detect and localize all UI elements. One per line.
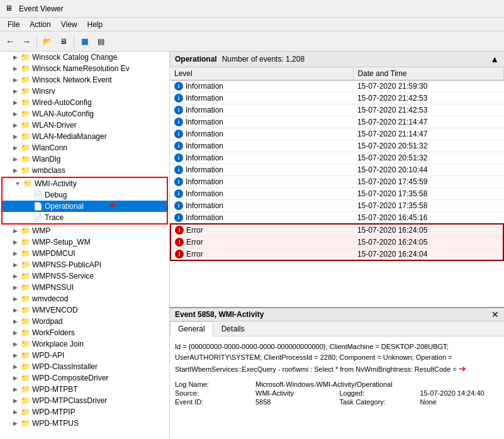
folder-icon: 📁 (20, 316, 30, 326)
tree-item-wordpad[interactable]: ▶ 📁 Wordpad (0, 316, 169, 327)
tree-item-wpd-api[interactable]: ▶ 📁 WPD-API (0, 350, 169, 361)
table-row[interactable]: iInformation15-07-2020 21:59:30 (171, 81, 503, 92)
tree-item-wpd-mtpus[interactable]: ▶ 📁 WPD-MTPUS (0, 418, 169, 429)
event-level-cell: iInformation (171, 104, 354, 116)
console-button[interactable]: 🖥 (56, 34, 71, 49)
event-datetime-cell: 15-07-2020 16:24:05 (354, 236, 503, 248)
expander-icon: ▶ (10, 305, 20, 315)
table-row[interactable]: iInformation15-07-2020 20:51:32 (171, 140, 503, 152)
table-row[interactable]: !Error15-07-2020 16:24:05 (171, 224, 503, 236)
events-table-container[interactable]: Level Date and Time iInformation15-07-20… (170, 67, 504, 307)
info-icon: i (174, 201, 183, 210)
tree-item-wpd-composite[interactable]: ▶ 📁 WPD-CompositeDriver (0, 372, 169, 384)
tree-item-wmpdmcui[interactable]: ▶ 📁 WMPDMCUI (0, 248, 169, 259)
expander-placeholder (23, 190, 33, 200)
folder-icon: 📁 (20, 97, 30, 108)
tree-label: Debug (45, 191, 67, 199)
tree-label: Winsock Network Event (32, 75, 112, 84)
tree-item-workplace[interactable]: ▶ 📁 Workplace Join (0, 338, 169, 350)
table-row[interactable]: iInformation15-07-2020 20:51:32 (171, 152, 503, 164)
folder-icon: 📁 (20, 52, 30, 62)
expander-icon: ▶ (10, 282, 20, 292)
tree-item-wpd-mtpclass[interactable]: ▶ 📁 WPD-MTPClassDriver (0, 395, 169, 406)
expander-icon: ▶ (10, 407, 20, 417)
tree-item-winsock-catalog[interactable]: ▶ 📁 Winsock Catalog Change (0, 52, 169, 63)
tree-item-wmvdecod[interactable]: ▶ 📁 wmvdecod (0, 293, 169, 304)
expander-icon: ▶ (10, 328, 20, 338)
tree-item-wpd-mtpip[interactable]: ▶ 📁 WPD-MTPIP (0, 406, 169, 418)
view-button1[interactable]: ▦ (77, 34, 92, 49)
menu-file[interactable]: File (3, 19, 25, 30)
table-row[interactable]: iInformation15-07-2020 17:45:59 (171, 176, 503, 188)
toolbar-sep-1 (36, 35, 37, 48)
error-icon: ! (175, 226, 184, 235)
tree-label: WLAN-MediaManager (32, 132, 107, 141)
view-button2[interactable]: ▤ (93, 34, 108, 49)
event-datetime-cell: 15-07-2020 21:42:53 (354, 104, 503, 116)
tree-item-wlan-media[interactable]: ▶ 📁 WLAN-MediaManager (0, 131, 169, 142)
tree-item-winsock-name[interactable]: ▶ 📁 Winsock NameResolution Ev (0, 63, 169, 74)
source-label: Source: (175, 389, 250, 397)
tree-item-wmp-setup[interactable]: ▶ 📁 WMP-Setup_WM (0, 236, 169, 248)
folder-icon: 📁 (20, 131, 30, 142)
menu-action[interactable]: Action (25, 19, 55, 30)
tree-item-trace[interactable]: 📄 Trace (3, 212, 167, 223)
table-row[interactable]: iInformation15-07-2020 21:14:47 (171, 116, 503, 128)
tree-item-operational[interactable]: 📄 Operational ➜ (3, 201, 167, 212)
tree-item-wmi-activity[interactable]: ▼ 📁 WMI-Activity (3, 178, 167, 189)
tree-item-wmbclass[interactable]: ▶ 📁 wmbclass (0, 165, 169, 176)
tree-item-wpd-mtpbt[interactable]: ▶ 📁 WPD-MTPBT (0, 384, 169, 395)
event-level-cell: iInformation (171, 176, 354, 188)
tab-general[interactable]: General (170, 321, 213, 336)
info-icon: i (174, 189, 183, 198)
tree-item-wmp[interactable]: ▶ 📁 WMP (0, 225, 169, 236)
scroll-up-btn[interactable]: ▲ (490, 54, 499, 64)
tree-label: WMP (32, 226, 50, 235)
close-button[interactable]: ✕ (491, 310, 499, 319)
col-header-datetime: Date and Time (354, 67, 503, 81)
tree-item-wlanconn[interactable]: ▶ 📁 WlanConn (0, 142, 169, 153)
log-icon: 📄 (33, 213, 43, 223)
folder-icon: 📁 (20, 282, 30, 292)
event-level-label: Information (186, 142, 223, 150)
event-level-label: Information (186, 118, 223, 126)
table-row[interactable]: !Error15-07-2020 16:24:05 (171, 236, 503, 248)
table-row[interactable]: !Error15-07-2020 16:24:04 (171, 248, 503, 261)
event-level-label: Information (186, 201, 223, 210)
event-level-cell: iInformation (171, 188, 354, 200)
tree-item-wmvencod[interactable]: ▶ 📁 WMVENCOD (0, 304, 169, 316)
tree-item-wlan-driver[interactable]: ▶ 📁 WLAN-Driver (0, 119, 169, 131)
table-row[interactable]: iInformation15-07-2020 20:10:44 (171, 164, 503, 176)
forward-button[interactable]: → (19, 34, 34, 49)
tree-item-wmpnss-public[interactable]: ▶ 📁 WMPNSS-PublicAPI (0, 259, 169, 270)
tree-item-wpd-class[interactable]: ▶ 📁 WPD-ClassInstaller (0, 361, 169, 372)
tab-details[interactable]: Details (213, 321, 253, 336)
table-row[interactable]: iInformation15-07-2020 16:45:16 (171, 212, 503, 225)
menu-help[interactable]: Help (82, 19, 108, 30)
expander-icon: ▶ (10, 52, 20, 62)
table-row[interactable]: iInformation15-07-2020 21:42:53 (171, 104, 503, 116)
error-icon: ! (175, 238, 184, 247)
table-row[interactable]: iInformation15-07-2020 17:35:58 (171, 200, 503, 212)
tree-item-wlandlg[interactable]: ▶ 📁 WlanDlg (0, 153, 169, 165)
info-icon: i (174, 118, 183, 126)
tree-item-winsock-network[interactable]: ▶ 📁 Winsock Network Event (0, 74, 169, 86)
folder-icon: 📁 (20, 339, 30, 349)
tree-label: wmvdecod (32, 294, 68, 303)
open-button[interactable]: 📂 (40, 34, 55, 49)
tree-item-wlan-auto[interactable]: ▶ 📁 WLAN-AutoConfig (0, 108, 169, 119)
folder-icon: 📁 (20, 260, 30, 270)
table-row[interactable]: iInformation15-07-2020 17:35:58 (171, 188, 503, 200)
tree-item-debug[interactable]: 📄 Debug (3, 189, 167, 201)
menu-view[interactable]: View (56, 19, 82, 30)
tree-item-winsrv[interactable]: ▶ 📁 Winsrv (0, 86, 169, 97)
tree-item-wmpnss-service[interactable]: ▶ 📁 WMPNSS-Service (0, 270, 169, 282)
folder-icon: 📁 (20, 396, 30, 406)
back-button[interactable]: ← (3, 34, 18, 49)
event-id-value: 5858 (255, 398, 335, 406)
tree-item-wired[interactable]: ▶ 📁 Wired-AutoConfig (0, 97, 169, 108)
table-row[interactable]: iInformation15-07-2020 21:42:53 (171, 92, 503, 104)
tree-item-wmpnssui[interactable]: ▶ 📁 WMPNSSUI (0, 282, 169, 293)
table-row[interactable]: iInformation15-07-2020 21:14:47 (171, 128, 503, 140)
tree-item-workfolders[interactable]: ▶ 📁 WorkFolders (0, 327, 169, 338)
